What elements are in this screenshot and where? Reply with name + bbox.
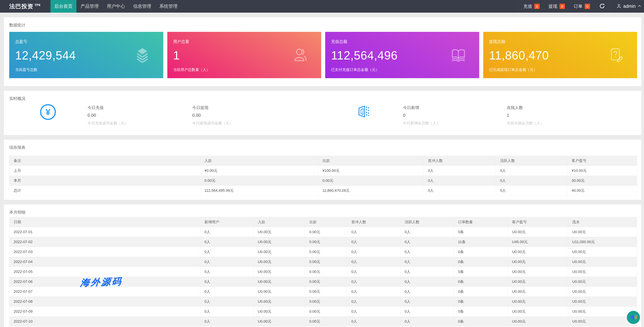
metric-value: 1 (507, 113, 544, 118)
table-cell: U0.00元 (508, 297, 568, 307)
table-row: 2022-07-090人U0.00元0.00元0人0人0条U0.00元U0.00… (10, 307, 637, 316)
table-cell: 40.00元 (568, 186, 637, 196)
chevron-up-icon (637, 4, 642, 9)
table-cell: 0条 (454, 257, 508, 267)
table-cell: 0.00元 (305, 277, 347, 287)
table-cell: 0人 (200, 297, 254, 307)
table-cell: U0.00元 (508, 257, 568, 267)
table-row: 2022-07-050人U0.00元0.00元0人0人0条U0.00元U0.00… (10, 267, 637, 277)
table-cell: 0人 (347, 277, 400, 287)
detail-table: 日期新增用户入款出款首冲人数活跃人数订单数量客户盈亏流水2022-07-010人… (9, 217, 637, 326)
table-cell: U0.00元 (568, 287, 637, 297)
table-cell: U0.00元 (254, 277, 305, 287)
stat-card-label: 总盈亏 (15, 39, 163, 44)
table-cell: 0人 (347, 287, 400, 297)
column-header: 订单数量 (454, 217, 508, 227)
table-cell: 0人 (347, 316, 400, 326)
table-cell: 0.00元 (305, 267, 347, 277)
table-cell: U0.00元 (254, 247, 305, 257)
stat-card-label: 用户总量 (173, 39, 321, 44)
door-icon (357, 105, 371, 119)
nav-item-4[interactable]: 信息管理 (129, 0, 155, 13)
table-cell: 0人 (200, 287, 254, 297)
stat-card-3: 充值总额112,564,496已支付充值订单总金额（元） (325, 32, 479, 78)
table-cell: 0人 (200, 267, 254, 277)
realtime-metric-3: 今日新增0今日新增会员数（人） (403, 105, 440, 126)
table-cell: 0人 (200, 307, 254, 316)
table-cell: U0.00元 (568, 307, 637, 316)
table-cell: 112,564,495.99元 (200, 186, 318, 196)
table-cell: 2022-07-08 (10, 297, 200, 307)
table-cell: U0.00元 (254, 237, 305, 247)
table-cell: 0人 (200, 277, 254, 287)
nav-item-3[interactable]: 用户中心 (103, 0, 129, 13)
table-cell: ¥10.00元 (568, 166, 637, 176)
quick-counter-1[interactable]: 充值0 (519, 0, 544, 13)
table-cell: U0.00元 (508, 307, 568, 316)
column-header: 日期 (10, 217, 200, 227)
column-header: 入款 (254, 217, 305, 227)
table-cell: 2022-07-03 (10, 247, 200, 257)
table-cell: 0人 (200, 237, 254, 247)
nav-item-1[interactable]: 后台首页 (50, 0, 76, 13)
user-icon (292, 47, 308, 63)
stat-card-caption: 当前用户总数量（人） (173, 67, 321, 72)
table-cell: 0条 (454, 307, 508, 316)
table-cell: 11条 (454, 237, 508, 247)
quick-counter-2[interactable]: 提现0 (544, 0, 569, 13)
table-cell: U0.00元 (568, 277, 637, 287)
table-cell: 0人 (400, 247, 454, 257)
column-header: 新增用户 (200, 217, 254, 227)
table-cell: 0人 (400, 227, 454, 237)
table-cell: 0人 (400, 267, 454, 277)
table-cell: 0人 (347, 267, 400, 277)
table-cell: 0条 (454, 316, 508, 326)
column-header: 活跃人数 (496, 156, 567, 166)
table-row: 总计112,564,495.99元11,860,470.28元0人0人40.00… (10, 186, 637, 196)
nav-item-2[interactable]: 产品管理 (77, 0, 103, 13)
table-cell: U0.00元 (568, 267, 637, 277)
table-cell: U0.00元 (568, 257, 637, 267)
stat-card-4: 提现总额11,860,470已完成提现订单总金额（元） (483, 32, 637, 78)
column-header: 首冲人数 (424, 156, 496, 166)
metric-label: 今日充值 (88, 105, 128, 110)
table-row: 2022-07-010人U0.00元0.00元0人0人0条U0.00元U0.00… (10, 227, 637, 237)
brand-logo: 法巴投资TP6 (9, 3, 40, 10)
yen-circle-icon: ¥ (40, 104, 56, 120)
refresh-button[interactable] (594, 0, 610, 13)
nav-item-5[interactable]: 系统管理 (156, 0, 182, 13)
quick-counter-label: 订单 (574, 3, 582, 9)
stat-card-caption: 已支付充值订单总金额（元） (331, 67, 479, 72)
stat-cards: 总盈亏12,429,544当前盈亏总数 用户总量1当前用户总数量（人） 充值总额… (9, 32, 637, 78)
realtime-metric-2: 今日提现0.00今日提现成功金额（元） (192, 105, 233, 126)
quick-counter-label: 充值 (523, 3, 532, 9)
table-cell: U0.00元 (568, 316, 637, 326)
table-cell: 0人 (496, 186, 567, 196)
sound-toggle-button[interactable] (627, 311, 640, 324)
table-cell: 0人 (200, 247, 254, 257)
table-cell: 0.00元 (305, 297, 347, 307)
column-header: 活跃人数 (400, 217, 454, 227)
column-header: 客户盈亏 (568, 156, 637, 166)
metric-label: 今日新增 (403, 105, 440, 110)
table-cell: 0人 (200, 227, 254, 237)
table-cell: 0人 (424, 166, 496, 176)
person-icon (616, 4, 622, 9)
table-cell: ¥100.00元 (318, 166, 424, 176)
quick-counter-3[interactable]: 订单0 (569, 0, 594, 13)
table-cell: ¥0.00元 (200, 166, 318, 176)
table-cell: U0.00元 (254, 227, 305, 237)
user-menu[interactable]: admin (610, 0, 644, 13)
report-table: 备注入款出款首冲人数活跃人数客户盈亏上月¥0.00元¥100.00元0人0人¥1… (9, 156, 637, 196)
table-cell: U0.00元 (254, 267, 305, 277)
table-row: 本月0.00元0.00元0人0人30.00元 (10, 176, 637, 186)
table-cell: 2022-07-05 (10, 267, 200, 277)
table-cell: 0人 (400, 277, 454, 287)
metric-value: 0.00 (88, 113, 128, 118)
metric-caption: 今日提现成功金额（元） (192, 121, 233, 126)
table-row: 2022-07-070人U0.00元0.00元0人0人0条U0.00元U0.00… (10, 287, 637, 297)
table-cell: 0人 (424, 186, 496, 196)
table-row: 2022-07-030人U0.00元0.00元0人0人0条U0.00元U0.00… (10, 247, 637, 257)
table-row: 2022-07-100人U0.00元0.00元0人0人0条U0.00元U0.00… (10, 316, 637, 326)
quick-counter-label: 提现 (548, 3, 557, 9)
